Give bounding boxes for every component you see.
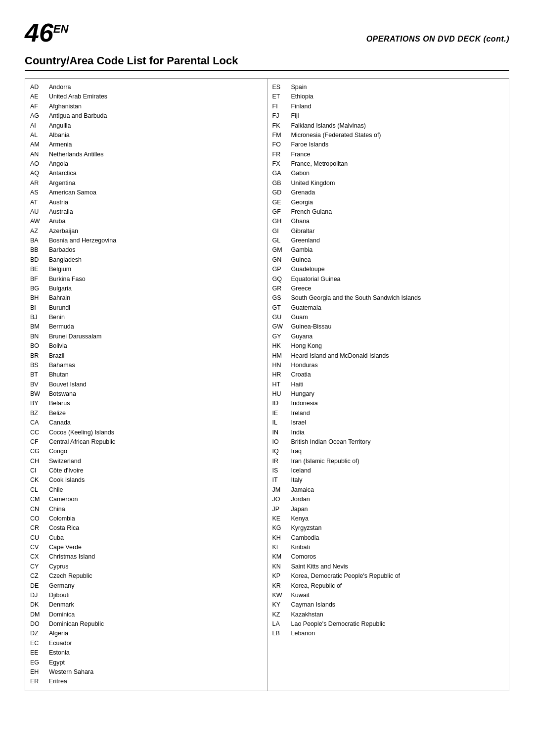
country-name: Hong Kong [291, 341, 504, 351]
list-item: JPJapan [272, 505, 504, 514]
country-code: HR [272, 370, 286, 379]
country-name: Bosnia and Herzegovina [49, 236, 262, 245]
country-name: Greece [291, 284, 504, 293]
country-code: BZ [30, 409, 44, 418]
list-item: HMHeard Island and McDonald Islands [272, 351, 504, 361]
country-code: LA [272, 619, 286, 629]
country-name: Switzerland [49, 457, 262, 466]
list-item: GFFrench Guiana [272, 207, 504, 217]
list-item: BDBangladesh [30, 255, 262, 265]
country-name: Comoros [291, 552, 504, 562]
list-item: BWBotswana [30, 389, 262, 399]
list-item: ESSpain [272, 83, 504, 92]
list-item: FKFalkland Islands (Malvinas) [272, 121, 504, 131]
country-name: Guam [291, 313, 504, 322]
country-name: Iran (Islamic Republic of) [291, 457, 504, 466]
country-code: AU [30, 207, 44, 217]
country-code: EG [30, 658, 44, 667]
country-code: BS [30, 361, 44, 370]
country-code: GL [272, 236, 286, 245]
country-name: Christmas Island [49, 552, 262, 562]
list-item: BIBurundi [30, 303, 262, 313]
list-item: EEEstonia [30, 648, 262, 658]
country-name: Cocos (Keeling) Islands [49, 428, 262, 437]
country-code: KN [272, 562, 286, 571]
list-item: HRCroatia [272, 370, 504, 379]
country-name: Japan [291, 505, 504, 514]
country-name: Cuba [49, 533, 262, 543]
list-item: FXFrance, Metropolitan [272, 159, 504, 169]
country-code: DZ [30, 629, 44, 638]
country-code: KW [272, 591, 286, 600]
list-item: KZKazakhstan [272, 610, 504, 619]
list-item: CNChina [30, 505, 262, 514]
list-item: AOAngola [30, 159, 262, 169]
list-item: FJFiji [272, 111, 504, 121]
country-code: GM [272, 245, 286, 255]
country-name: Iraq [291, 447, 504, 456]
list-item: BVBouvet Island [30, 380, 262, 389]
country-code: GQ [272, 275, 286, 284]
list-item: AZAzerbaijan [30, 227, 262, 236]
country-code: DK [30, 600, 44, 610]
country-name: French Guiana [291, 207, 504, 217]
country-name: Kiribati [291, 543, 504, 552]
country-name: Egypt [49, 658, 262, 667]
country-code: BM [30, 322, 44, 331]
list-item: EHWestern Sahara [30, 667, 262, 677]
country-name: Azerbaijan [49, 227, 262, 236]
country-code: FM [272, 131, 286, 140]
country-name: France [291, 150, 504, 159]
page-number: 46EN [25, 20, 68, 46]
country-code: AL [30, 131, 44, 140]
country-code: FO [272, 140, 286, 149]
country-name: Bahamas [49, 361, 262, 370]
country-name: Guinea-Bissau [291, 322, 504, 331]
country-name: Indonesia [291, 399, 504, 408]
country-name: Faroe Islands [291, 140, 504, 149]
list-item: DKDenmark [30, 600, 262, 610]
country-name: Andorra [49, 83, 262, 92]
country-name: Bulgaria [49, 284, 262, 293]
country-code: HM [272, 351, 286, 361]
list-item: AQAntarctica [30, 169, 262, 178]
list-item: CLChile [30, 485, 262, 495]
country-name: Guatemala [291, 303, 504, 313]
list-item: GWGuinea-Bissau [272, 322, 504, 331]
country-code: BO [30, 341, 44, 351]
country-code: BY [30, 399, 44, 408]
country-name: Dominican Republic [49, 619, 262, 629]
country-name: Micronesia (Federated States of) [291, 131, 504, 140]
country-code: GI [272, 227, 286, 236]
list-item: GSSouth Georgia and the South Sandwich I… [272, 293, 504, 303]
list-item: CXChristmas Island [30, 552, 262, 562]
country-code: CN [30, 505, 44, 514]
country-name: Czech Republic [49, 571, 262, 581]
country-code: CR [30, 523, 44, 533]
list-item: GAGabon [272, 169, 504, 178]
country-name: Italy [291, 475, 504, 485]
section-title: OPERATIONS ON DVD DECK (cont.) [366, 35, 509, 44]
country-name: Afghanistan [49, 102, 262, 111]
list-item: CRCosta Rica [30, 523, 262, 533]
list-item: BGBulgaria [30, 284, 262, 293]
country-name: Ethiopia [291, 92, 504, 101]
country-name: United Kingdom [291, 179, 504, 188]
country-name: Bangladesh [49, 255, 262, 265]
list-item: CVCape Verde [30, 543, 262, 552]
list-item: KRKorea, Republic of [272, 581, 504, 591]
country-code: BB [30, 245, 44, 255]
list-item: GRGreece [272, 284, 504, 293]
country-name: Hungary [291, 389, 504, 399]
country-name: Bahrain [49, 293, 262, 303]
country-code: GB [272, 179, 286, 188]
list-item: HNHonduras [272, 361, 504, 370]
list-item: CFCentral African Republic [30, 437, 262, 447]
country-name: Angola [49, 159, 262, 169]
list-item: GHGhana [272, 217, 504, 226]
list-item: FRFrance [272, 150, 504, 159]
country-code: GS [272, 293, 286, 303]
country-name: Guadeloupe [291, 265, 504, 274]
country-name: Canada [49, 418, 262, 427]
country-code: KY [272, 600, 286, 610]
